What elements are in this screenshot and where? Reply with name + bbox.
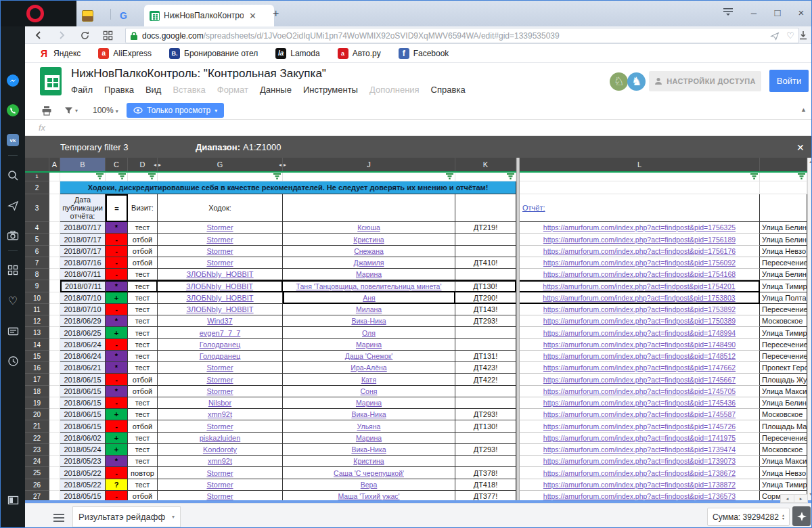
anonymous-avatar[interactable]: ♘ xyxy=(610,72,628,91)
dt-cell[interactable]: ДТ293! xyxy=(455,444,516,456)
date-cell[interactable]: 2018/07/10 xyxy=(60,292,106,304)
filter-button-B[interactable] xyxy=(60,171,106,181)
tab-active-spreadsheet[interactable]: НижНовПалкоКонтроль: ✕ xyxy=(144,5,274,26)
dt-cell[interactable]: ДТ219! xyxy=(455,222,516,234)
cell[interactable] xyxy=(49,420,60,433)
name-link[interactable]: Саша 'С черепушкой' xyxy=(283,467,455,479)
mark-cell[interactable]: - xyxy=(106,257,128,269)
bookmark-booking[interactable]: B.Бронирование отел xyxy=(169,48,258,59)
collapse-toolbar-icon[interactable]: ▲ xyxy=(800,106,807,113)
street-cell[interactable]: Улица Белин xyxy=(760,222,807,234)
dt-cell[interactable]: ДТ290! xyxy=(455,292,516,304)
hodok-link[interactable]: ЗЛОБNbIy_HOBBIT xyxy=(158,304,283,315)
dt-cell[interactable] xyxy=(455,327,516,339)
report-url-link[interactable]: https://amurforum.com/index.php?act=find… xyxy=(520,304,760,315)
hodok-link[interactable]: Stormer xyxy=(158,234,283,246)
name-link[interactable]: Аня xyxy=(283,292,455,304)
name-link[interactable]: Вика-Ника xyxy=(283,409,455,420)
cell-L2[interactable] xyxy=(520,181,760,194)
filter-icon[interactable]: ▾ xyxy=(64,104,78,117)
visit-cell[interactable]: тест xyxy=(128,409,158,420)
dt-cell[interactable] xyxy=(455,397,516,409)
row-number[interactable]: 21 xyxy=(25,420,49,433)
name-link[interactable]: Кристина xyxy=(283,234,455,246)
name-link[interactable]: Катя xyxy=(283,374,455,386)
visit-cell[interactable]: тест xyxy=(128,339,158,351)
name-link[interactable]: Соня xyxy=(283,386,455,397)
name-link[interactable]: Марина xyxy=(283,269,455,280)
column-header-C[interactable]: C xyxy=(106,158,128,171)
hodok-link[interactable]: Stormer xyxy=(158,386,283,397)
cell-K3[interactable] xyxy=(455,194,516,222)
close-button[interactable]: × xyxy=(794,7,809,18)
name-link[interactable]: Ксюша xyxy=(283,222,455,234)
row-number[interactable]: 16 xyxy=(25,362,49,374)
date-cell[interactable]: 2018/07/11 xyxy=(60,269,106,280)
anonymous-avatar[interactable]: ♞ xyxy=(627,72,646,91)
name-link[interactable]: Даша 'Снежок' xyxy=(283,351,455,362)
cell[interactable] xyxy=(49,304,60,315)
bookmark-facebook[interactable]: fFacebook xyxy=(399,48,449,59)
report-url-link[interactable]: https://amurforum.com/index.php?act=find… xyxy=(520,397,760,409)
horizontal-scrollbar[interactable] xyxy=(25,500,812,503)
row-number[interactable]: 1 xyxy=(25,171,49,181)
date-cell[interactable]: 2018/06/15 xyxy=(60,397,106,409)
street-cell[interactable]: Пересечение xyxy=(760,351,807,362)
new-tab-button[interactable]: + xyxy=(273,7,279,20)
cell-A1[interactable] xyxy=(49,171,60,181)
dt-cell[interactable] xyxy=(455,386,516,397)
mark-cell[interactable]: - xyxy=(106,397,128,409)
column-header-B[interactable]: B xyxy=(60,158,106,171)
vertical-scrollbar[interactable]: ▲▼ xyxy=(807,158,812,503)
cell[interactable] xyxy=(49,444,60,456)
visit-cell[interactable]: тест xyxy=(128,456,158,467)
mark-cell[interactable]: - xyxy=(106,269,128,280)
row-number[interactable]: 11 xyxy=(25,304,49,315)
sidebar-settings-icon[interactable] xyxy=(6,493,20,507)
hodok-link[interactable]: Stormer xyxy=(158,420,283,433)
report-url-link[interactable]: https://amurforum.com/index.php?act=find… xyxy=(520,327,760,339)
hodok-link[interactable]: Stormer xyxy=(158,467,283,479)
street-cell[interactable]: Площадь Ма xyxy=(760,420,807,433)
visit-cell[interactable]: тест xyxy=(128,397,158,409)
report-url-link[interactable]: https://amurforum.com/index.php?act=find… xyxy=(520,339,760,351)
date-cell[interactable]: 2018/05/24 xyxy=(60,444,106,456)
report-url-link[interactable]: https://amurforum.com/index.php?act=find… xyxy=(520,362,760,374)
street-cell[interactable]: Улица Тимир xyxy=(760,280,807,292)
date-cell[interactable]: 2018/07/10 xyxy=(60,304,106,315)
date-cell[interactable]: 2018/06/15 xyxy=(60,374,106,386)
row-number[interactable]: 26 xyxy=(25,479,49,491)
url-field[interactable]: docs.google.com/spreadsheets/d/1JVoeO2id… xyxy=(125,28,799,43)
column-header-G[interactable]: G◂▸ xyxy=(158,158,283,171)
column-header-M[interactable] xyxy=(760,158,807,171)
dt-cell[interactable]: ДТ130! xyxy=(455,280,516,292)
reload-icon[interactable] xyxy=(78,28,91,42)
name-link[interactable]: Оля xyxy=(283,327,455,339)
hodok-link[interactable]: Wind37 xyxy=(158,315,283,327)
hodok-link[interactable]: evgen7_7_7 xyxy=(158,327,283,339)
date-cell[interactable]: 2018/05/23 xyxy=(60,456,106,467)
whatsapp-icon[interactable] xyxy=(6,104,20,117)
filter-name[interactable]: Temporary filter 3 xyxy=(60,142,128,152)
hodok-link[interactable]: Stormer xyxy=(158,257,283,269)
mark-cell[interactable]: + xyxy=(106,409,128,420)
mark-cell[interactable]: * xyxy=(106,351,128,362)
row-number[interactable]: 15 xyxy=(25,351,49,362)
cell[interactable] xyxy=(49,386,60,397)
print-icon[interactable] xyxy=(40,104,53,117)
menu-Данные[interactable]: Данные xyxy=(260,85,292,95)
menu-Вид[interactable]: Вид xyxy=(145,85,162,95)
header-date[interactable]: Дата публикации отчёта: xyxy=(60,194,106,222)
hodok-link[interactable]: Stormer xyxy=(158,374,283,386)
visit-cell[interactable]: тест xyxy=(128,222,158,234)
cell[interactable] xyxy=(49,327,60,339)
cell[interactable] xyxy=(49,433,60,444)
name-link[interactable]: Джамиля xyxy=(283,257,455,269)
date-cell[interactable]: 2018/06/15 xyxy=(60,386,106,397)
dt-cell[interactable]: ДТ422! xyxy=(455,374,516,386)
mark-cell[interactable]: ? xyxy=(106,479,128,491)
sheets-logo[interactable] xyxy=(40,67,62,95)
date-cell[interactable]: 2018/06/29 xyxy=(60,315,106,327)
header-hodok[interactable]: Ходок: xyxy=(158,194,283,222)
dt-cell[interactable]: ДТ130! xyxy=(455,420,516,433)
